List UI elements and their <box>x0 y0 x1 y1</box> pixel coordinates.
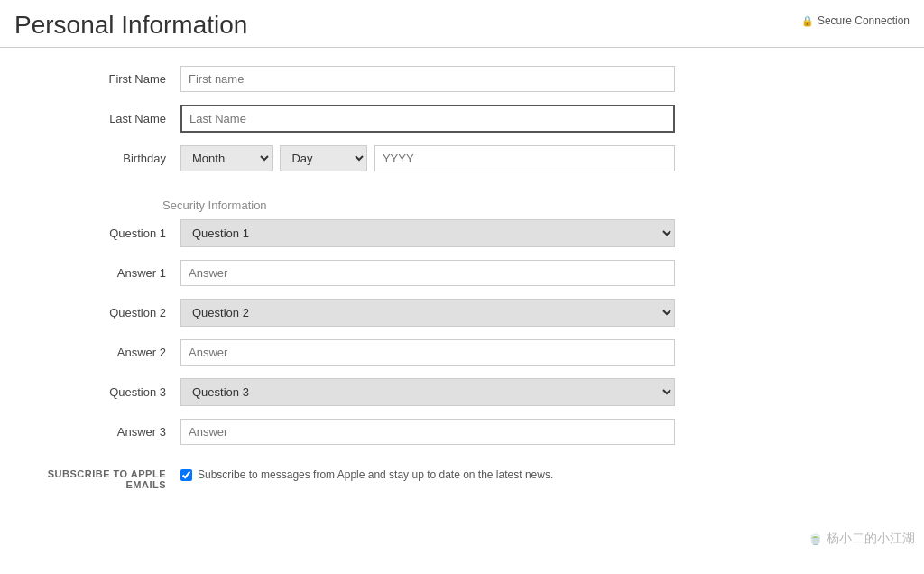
birthday-label: Birthday <box>18 152 180 165</box>
answer1-control <box>180 260 675 286</box>
question3-control: Question 3 <box>180 378 675 406</box>
year-input[interactable] <box>374 145 675 171</box>
answer2-control <box>180 339 675 366</box>
question3-select[interactable]: Question 3 <box>180 378 675 406</box>
answer2-row: Answer 2 <box>0 339 924 366</box>
answer3-row: Answer 3 <box>0 419 924 445</box>
subscribe-checkbox[interactable] <box>180 469 192 481</box>
question2-row: Question 2 Question 2 <box>0 299 924 327</box>
answer3-control <box>180 419 675 445</box>
subscribe-label: SUBSCRIBE TO APPLE EMAILS <box>18 468 180 490</box>
question3-row: Question 3 Question 3 <box>0 378 924 406</box>
last-name-input[interactable] <box>180 105 675 133</box>
secure-connection-indicator: 🔒 Secure Connection <box>801 11 910 27</box>
subscribe-row: SUBSCRIBE TO APPLE EMAILS Subscribe to m… <box>0 458 924 501</box>
personal-information-form: First Name Last Name Birthday Month Janu… <box>0 48 924 501</box>
question2-control: Question 2 <box>180 299 675 327</box>
lock-icon: 🔒 <box>801 15 814 27</box>
last-name-row: Last Name <box>0 105 924 133</box>
day-select[interactable]: Day 1234 5678 9101112 13141516 17181920 … <box>280 145 366 171</box>
first-name-input[interactable] <box>180 66 675 92</box>
question1-control: Question 1 <box>180 219 675 247</box>
security-section-header: Security Information <box>144 184 924 219</box>
answer1-row: Answer 1 <box>0 260 924 286</box>
question1-label: Question 1 <box>18 227 180 240</box>
first-name-row: First Name <box>0 66 924 92</box>
page-header: Personal Information 🔒 Secure Connection <box>0 0 924 48</box>
first-name-control <box>180 66 675 92</box>
watermark: 🍵 杨小二的小江湖 <box>808 531 915 547</box>
question1-row: Question 1 Question 1 <box>0 219 924 247</box>
page-title: Personal Information <box>14 11 247 40</box>
secure-connection-label: Secure Connection <box>818 14 910 27</box>
birthday-control: Month January February March April May J… <box>180 145 675 171</box>
last-name-control <box>180 105 675 133</box>
month-select[interactable]: Month January February March April May J… <box>180 145 273 171</box>
question2-label: Question 2 <box>18 306 180 319</box>
answer2-input[interactable] <box>180 339 675 366</box>
answer1-label: Answer 1 <box>18 266 180 280</box>
question3-label: Question 3 <box>18 385 180 399</box>
question1-select[interactable]: Question 1 <box>180 219 675 247</box>
answer3-input[interactable] <box>180 419 675 445</box>
subscribe-content: Subscribe to messages from Apple and sta… <box>180 468 553 481</box>
birthday-row: Birthday Month January February March Ap… <box>0 145 924 171</box>
answer3-label: Answer 3 <box>18 425 180 439</box>
answer1-input[interactable] <box>180 260 675 286</box>
question2-select[interactable]: Question 2 <box>180 299 675 327</box>
subscribe-text: Subscribe to messages from Apple and sta… <box>198 468 553 481</box>
first-name-label: First Name <box>18 72 180 86</box>
answer2-label: Answer 2 <box>18 346 180 359</box>
last-name-label: Last Name <box>18 112 180 125</box>
